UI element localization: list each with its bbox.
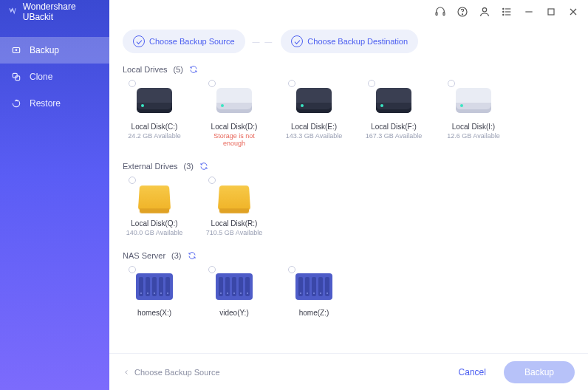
radio-icon[interactable] bbox=[129, 177, 136, 184]
section-count: (5) bbox=[174, 65, 183, 74]
brand: Wondershare UBackit bbox=[0, 0, 109, 24]
drive-grid-external: Local Disk(Q:) 140.0 GB Available Local … bbox=[123, 178, 575, 236]
radio-icon[interactable] bbox=[129, 80, 136, 87]
drive-item[interactable]: home(Z:) bbox=[282, 267, 346, 317]
drive-sub: 12.6 GB Available bbox=[447, 132, 499, 140]
nas-icon bbox=[295, 273, 332, 300]
drive-item[interactable]: video(Y:) bbox=[202, 267, 266, 317]
minimize-icon[interactable] bbox=[523, 6, 535, 18]
refresh-icon[interactable] bbox=[188, 251, 196, 260]
titlebar bbox=[109, 0, 588, 24]
hdd-icon bbox=[137, 88, 172, 113]
drive-item[interactable]: Local Disk(I:) 12.6 GB Available bbox=[442, 81, 505, 147]
nas-icon bbox=[136, 273, 173, 300]
drive-item[interactable]: Local Disk(C:) 24.2 GB Available bbox=[123, 81, 186, 147]
app-root: Wondershare UBackit Backup Clone Restore bbox=[0, 0, 588, 390]
drive-name: video(Y:) bbox=[219, 309, 248, 317]
menu-list-icon[interactable] bbox=[501, 6, 513, 18]
hdd-icon bbox=[296, 88, 332, 113]
backup-icon bbox=[10, 44, 22, 56]
user-icon[interactable] bbox=[479, 6, 490, 18]
brand-text: Wondershare UBackit bbox=[23, 1, 102, 22]
section-count: (3) bbox=[184, 162, 194, 171]
step-label: Choose Backup Destination bbox=[307, 37, 408, 46]
maximize-icon[interactable] bbox=[545, 6, 557, 18]
step-separator: — — bbox=[253, 38, 274, 46]
section-header-nas: NAS Server (3) bbox=[123, 251, 575, 260]
help-icon[interactable] bbox=[457, 6, 468, 18]
sidebar: Wondershare UBackit Backup Clone Restore bbox=[0, 0, 109, 390]
main: Choose Backup Source — — Choose Backup D… bbox=[109, 0, 588, 390]
svg-point-12 bbox=[503, 14, 504, 15]
sidebar-item-label: Clone bbox=[30, 72, 52, 82]
backup-button[interactable]: Backup bbox=[504, 361, 575, 383]
svg-point-8 bbox=[503, 8, 504, 9]
drive-name: Local Disk(Q:) bbox=[131, 219, 177, 228]
svg-rect-4 bbox=[443, 13, 445, 16]
chevron-left-icon bbox=[123, 369, 130, 376]
radio-icon[interactable] bbox=[208, 177, 216, 184]
drive-item[interactable]: homes(X:) bbox=[123, 267, 186, 317]
drive-name: Local Disk(C:) bbox=[131, 123, 178, 131]
sidebar-item-backup[interactable]: Backup bbox=[0, 37, 109, 64]
step-choose-source[interactable]: Choose Backup Source bbox=[123, 30, 245, 53]
svg-point-6 bbox=[462, 14, 462, 15]
content[interactable]: Choose Backup Source — — Choose Backup D… bbox=[109, 24, 588, 390]
section-header-local: Local Drives (5) bbox=[123, 65, 575, 74]
section-title: NAS Server bbox=[123, 251, 165, 260]
radio-icon[interactable] bbox=[448, 80, 455, 87]
sidebar-item-label: Restore bbox=[30, 98, 61, 109]
drive-sub: 140.0 GB Available bbox=[126, 229, 182, 236]
sidebar-item-label: Backup bbox=[30, 45, 59, 55]
refresh-icon[interactable] bbox=[189, 65, 198, 74]
check-circle-icon bbox=[291, 35, 303, 47]
drive-name: Local Disk(I:) bbox=[452, 123, 495, 131]
radio-icon[interactable] bbox=[288, 266, 295, 273]
radio-icon[interactable] bbox=[368, 80, 375, 87]
hdd-icon bbox=[216, 88, 252, 113]
drive-item[interactable]: Local Disk(Q:) 140.0 GB Available bbox=[123, 178, 186, 236]
step-label: Choose Backup Source bbox=[149, 37, 235, 46]
drive-item[interactable]: Local Disk(D:) Storage is not enough bbox=[202, 81, 266, 147]
section-title: Local Drives bbox=[123, 65, 168, 74]
svg-rect-3 bbox=[436, 13, 437, 16]
sidebar-item-clone[interactable]: Clone bbox=[0, 64, 109, 90]
radio-icon[interactable] bbox=[288, 80, 295, 87]
drive-name: Local Disk(R:) bbox=[211, 219, 258, 228]
drive-name: Local Disk(D:) bbox=[211, 123, 258, 131]
close-icon[interactable] bbox=[567, 6, 579, 18]
breadcrumb: Choose Backup Source bbox=[123, 368, 220, 377]
drive-name: home(Z:) bbox=[299, 309, 329, 317]
step-choose-destination[interactable]: Choose Backup Destination bbox=[281, 30, 418, 53]
refresh-icon[interactable] bbox=[199, 162, 208, 171]
sidebar-item-restore[interactable]: Restore bbox=[0, 90, 109, 117]
drive-name: Local Disk(E:) bbox=[291, 123, 337, 131]
drive-grid-nas: homes(X:) video(Y:) home(Z:) bbox=[123, 267, 575, 317]
drive-sub: Storage is not enough bbox=[202, 132, 266, 147]
drive-name: Local Disk(F:) bbox=[371, 123, 417, 131]
drive-item[interactable]: Local Disk(F:) 167.3 GB Available bbox=[362, 81, 425, 147]
footer: Choose Backup Source Cancel Backup bbox=[109, 353, 588, 390]
hdd-icon bbox=[456, 88, 491, 113]
section-count: (3) bbox=[171, 251, 181, 260]
drive-sub: 24.2 GB Available bbox=[128, 132, 180, 140]
radio-icon[interactable] bbox=[208, 80, 216, 87]
radio-icon[interactable] bbox=[208, 266, 216, 273]
svg-point-7 bbox=[482, 8, 486, 12]
drive-sub: 710.5 GB Available bbox=[206, 229, 262, 236]
brand-icon bbox=[7, 6, 18, 18]
drive-item[interactable]: Local Disk(R:) 710.5 GB Available bbox=[202, 178, 266, 236]
section-header-external: External Drives (3) bbox=[123, 162, 575, 171]
hdd-icon bbox=[376, 88, 411, 113]
drive-grid-local: Local Disk(C:) 24.2 GB Available Local D… bbox=[123, 81, 575, 147]
external-drive-icon bbox=[138, 185, 171, 210]
cancel-button[interactable]: Cancel bbox=[451, 361, 493, 383]
breadcrumb-label: Choose Backup Source bbox=[134, 368, 220, 377]
restore-icon bbox=[10, 98, 22, 109]
drive-item[interactable]: Local Disk(E:) 143.3 GB Available bbox=[282, 81, 346, 147]
external-drive-icon bbox=[218, 185, 250, 210]
headset-icon[interactable] bbox=[434, 6, 446, 18]
drive-name: homes(X:) bbox=[137, 309, 171, 317]
radio-icon[interactable] bbox=[129, 266, 136, 273]
drive-sub: 143.3 GB Available bbox=[286, 132, 342, 140]
